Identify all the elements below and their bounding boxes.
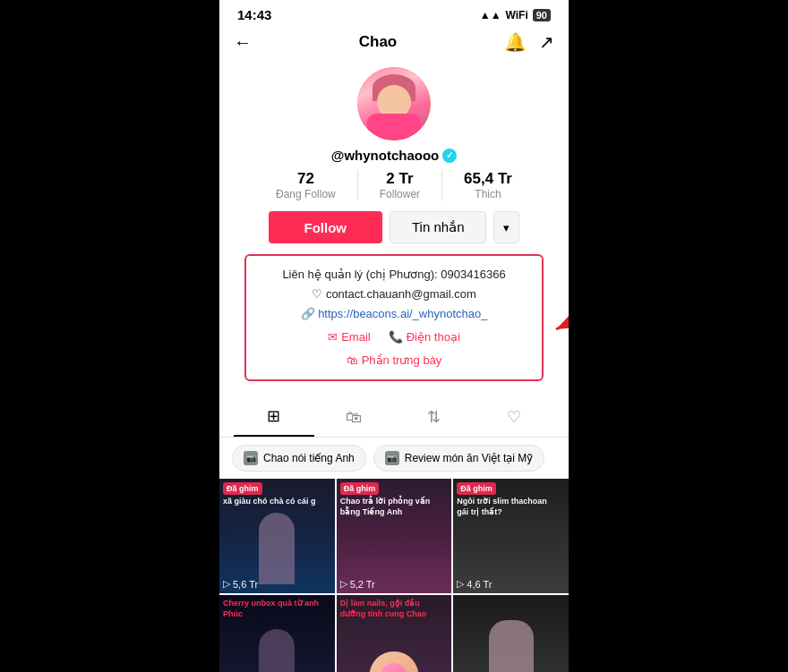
video-1-pin-label: Đã ghim xyxy=(223,482,262,495)
tab-shop[interactable]: 🛍 xyxy=(314,397,395,437)
share-icon[interactable]: ↗ xyxy=(539,31,554,53)
profile-section: @whynotchaooo ✓ 72 Đang Follow 2 Tr Foll… xyxy=(219,60,569,254)
message-button[interactable]: Tin nhắn xyxy=(390,211,486,243)
stat-likes: 65,4 Tr Thich xyxy=(442,170,534,200)
phone-button[interactable]: 📞 Điện thoại xyxy=(389,327,460,347)
bio-section: Liên hệ quản lý (chị Phương): 0903416366… xyxy=(232,254,556,390)
back-button[interactable]: ← xyxy=(234,32,252,53)
tab-liked-icon: ♡ xyxy=(507,407,521,427)
nav-right-icons: 🔔 ↗ xyxy=(504,31,554,53)
email-icon: ✉ xyxy=(328,327,338,347)
video-1-count: ▷ 5,6 Tr xyxy=(223,578,258,590)
contact-row: ✉ Email 📞 Điện thoại xyxy=(259,327,529,347)
verified-badge: ✓ xyxy=(442,149,457,163)
bio-line2: ♡ contact.chauanh@gmail.com xyxy=(259,285,529,304)
page-title: Chao xyxy=(359,33,398,51)
pinned-chip-2-icon: 📷 xyxy=(385,451,399,465)
tab-videos[interactable]: ⊞ xyxy=(234,397,314,437)
exhibit-button[interactable]: 🛍 Phần trưng bày xyxy=(347,351,442,370)
followers-count: 2 Tr xyxy=(386,170,413,188)
pinned-chip-1-label: Chao nói tiếng Anh xyxy=(263,452,355,464)
status-time: 14:43 xyxy=(237,7,271,22)
tab-liked[interactable]: ♡ xyxy=(475,397,555,437)
pinned-chips-row: 📷 Chao nói tiếng Anh 📷 Review món ăn Việ… xyxy=(219,438,569,479)
avatar-body xyxy=(367,114,421,140)
video-3-pin-label: Đã ghim xyxy=(457,482,496,495)
video-thumb-3[interactable]: Đã ghim Ngôi trời slim thachoan gái trị … xyxy=(453,479,569,593)
video-2-count: ▷ 5,2 Tr xyxy=(340,578,375,590)
tab-repost-icon: ⇅ xyxy=(427,407,441,427)
video-5-thumb-detail xyxy=(369,651,418,672)
notification-icon[interactable]: 🔔 xyxy=(504,31,527,53)
red-arrow xyxy=(545,295,569,349)
play-icon-1: ▷ xyxy=(223,578,230,590)
status-bar: 14:43 ▲▲ WiFi 90 xyxy=(219,0,569,26)
phone-icon: 📞 xyxy=(389,327,403,347)
email-button[interactable]: ✉ Email xyxy=(328,327,371,347)
following-count: 72 xyxy=(297,170,314,188)
play-icon-2: ▷ xyxy=(340,578,347,590)
likes-label: Thich xyxy=(475,188,501,200)
followers-label: Follower xyxy=(380,188,420,200)
play-icon-3: ▷ xyxy=(457,578,464,590)
tab-repost[interactable]: ⇅ xyxy=(394,397,475,437)
bio-line1: Liên hệ quản lý (chị Phương): 0903416366 xyxy=(259,265,529,285)
video-thumb-5[interactable]: Dị làm nails, gội đầu dưỡng tính cung Ch… xyxy=(337,595,452,672)
pinned-chip-1[interactable]: 📷 Chao nói tiếng Anh xyxy=(232,445,366,472)
video-grid: Đã ghim xã giàu chó chà có cái g ▷ 5,6 T… xyxy=(219,479,569,672)
avatar xyxy=(357,67,431,140)
video-1-silhouette xyxy=(259,513,295,584)
video-thumb-2[interactable]: Đã ghim Chao trả lời phỏng vấn bằng Tiến… xyxy=(337,479,452,593)
username-text: @whynotchaooo xyxy=(331,148,439,163)
follow-button[interactable]: Follow xyxy=(269,211,383,243)
likes-count: 65,4 Tr xyxy=(464,170,512,188)
status-icons: ▲▲ WiFi 90 xyxy=(480,9,551,21)
bio-box: Liên hệ quản lý (chị Phương): 0903416366… xyxy=(244,254,544,381)
action-row: Follow Tin nhắn ▾ xyxy=(234,211,554,243)
pinned-chip-1-icon: 📷 xyxy=(244,451,258,465)
phone-label: Điện thoại xyxy=(407,327,460,347)
wifi-icon: WiFi xyxy=(506,9,528,21)
stat-followers: 2 Tr Follower xyxy=(358,170,442,200)
video-6-silhouette xyxy=(489,620,534,672)
stat-following: 72 Đang Follow xyxy=(254,170,358,200)
video-4-caption: Cherry unbox quà từ anh Phúc xyxy=(223,599,327,619)
bio-line3: 🔗 https://beacons.ai/_whynotchao_ xyxy=(259,304,529,324)
phone-frame: 14:43 ▲▲ WiFi 90 ← Chao 🔔 ↗ @wh xyxy=(219,0,569,672)
video-3-caption: Ngôi trời slim thachoan gái trị thất? xyxy=(457,497,561,517)
tab-shop-icon: 🛍 xyxy=(346,408,362,427)
video-thumb-6[interactable] xyxy=(453,595,569,672)
video-1-caption: xã giàu chó chà có cái g xyxy=(223,497,327,507)
signal-icon: ▲▲ xyxy=(480,9,501,21)
video-5-caption: Dị làm nails, gội đầu dưỡng tính cung Ch… xyxy=(340,599,444,619)
pinned-chip-2[interactable]: 📷 Review món ăn Việt tại Mỹ xyxy=(373,445,545,472)
video-thumb-1[interactable]: Đã ghim xã giàu chó chà có cái g ▷ 5,6 T… xyxy=(219,479,335,593)
dropdown-button[interactable]: ▾ xyxy=(493,211,519,243)
exhibit-row: 🛍 Phần trưng bày xyxy=(259,351,529,370)
stats-row: 72 Đang Follow 2 Tr Follower 65,4 Tr Thi… xyxy=(234,170,554,200)
bio-link[interactable]: 🔗 https://beacons.ai/_whynotchao_ xyxy=(301,307,488,320)
video-2-pin-label: Đã ghim xyxy=(340,482,380,495)
exhibit-label: Phần trưng bày xyxy=(362,351,442,370)
following-label: Đang Follow xyxy=(276,188,336,200)
avatar-image xyxy=(357,67,431,140)
video-thumb-4[interactable]: Cherry unbox quà từ anh Phúc xyxy=(219,595,335,672)
username: @whynotchaooo ✓ xyxy=(331,148,457,163)
pinned-chip-2-label: Review món ăn Việt tại Mỹ xyxy=(405,452,534,464)
exhibit-icon: 🛍 xyxy=(347,351,358,370)
tab-videos-icon: ⊞ xyxy=(267,406,280,426)
video-4-silhouette xyxy=(259,629,295,672)
top-nav: ← Chao 🔔 ↗ xyxy=(219,26,569,60)
video-2-caption: Chao trả lời phỏng vấn bằng Tiếng Anh xyxy=(340,497,444,517)
tabs-row: ⊞ 🛍 ⇅ ♡ xyxy=(219,397,569,438)
battery-indicator: 90 xyxy=(533,9,551,21)
email-label: Email xyxy=(341,327,371,347)
svg-line-1 xyxy=(556,304,569,329)
video-3-count: ▷ 4,6 Tr xyxy=(457,578,492,590)
